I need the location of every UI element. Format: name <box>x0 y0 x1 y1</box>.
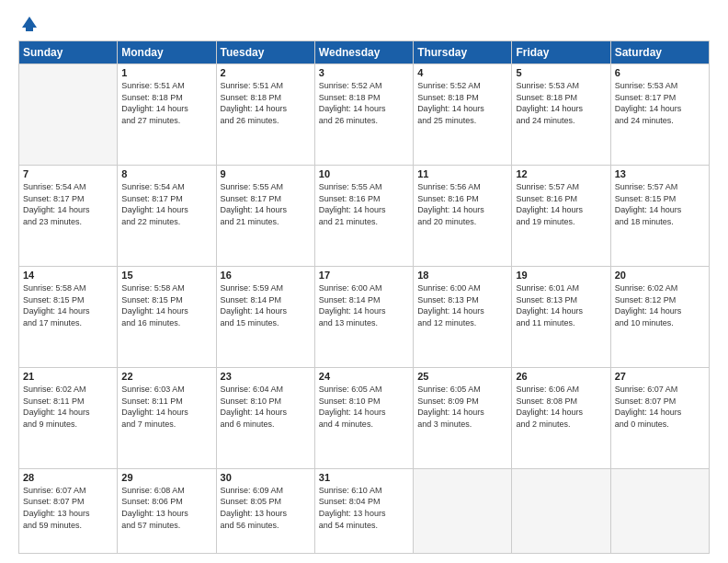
day-info: Sunrise: 6:07 AM Sunset: 8:07 PM Dayligh… <box>615 384 705 430</box>
calendar-header-monday: Monday <box>118 41 216 64</box>
calendar-cell: 22Sunrise: 6:03 AM Sunset: 8:11 PM Dayli… <box>118 367 216 468</box>
day-info: Sunrise: 5:58 AM Sunset: 8:15 PM Dayligh… <box>121 282 211 328</box>
day-info: Sunrise: 5:59 AM Sunset: 8:14 PM Dayligh… <box>221 282 311 328</box>
calendar-cell: 6Sunrise: 5:53 AM Sunset: 8:17 PM Daylig… <box>610 64 709 166</box>
day-number: 6 <box>615 67 705 78</box>
calendar-cell: 28Sunrise: 6:07 AM Sunset: 8:07 PM Dayli… <box>19 468 118 553</box>
calendar-week-row: 21Sunrise: 6:02 AM Sunset: 8:11 PM Dayli… <box>19 367 710 468</box>
day-info: Sunrise: 6:00 AM Sunset: 8:14 PM Dayligh… <box>319 282 409 328</box>
calendar-header-friday: Friday <box>512 41 610 64</box>
calendar-cell: 30Sunrise: 6:09 AM Sunset: 8:05 PM Dayli… <box>216 468 314 553</box>
calendar-cell: 31Sunrise: 6:10 AM Sunset: 8:04 PM Dayli… <box>314 468 413 553</box>
day-number: 16 <box>221 270 311 281</box>
day-number: 29 <box>121 472 211 483</box>
day-number: 30 <box>221 472 311 483</box>
page: SundayMondayTuesdayWednesdayThursdayFrid… <box>0 0 728 563</box>
calendar-week-row: 7Sunrise: 5:54 AM Sunset: 8:17 PM Daylig… <box>19 165 710 266</box>
day-number: 25 <box>417 371 507 382</box>
calendar-header-tuesday: Tuesday <box>216 41 314 64</box>
day-info: Sunrise: 5:53 AM Sunset: 8:17 PM Dayligh… <box>615 80 705 126</box>
day-info: Sunrise: 5:58 AM Sunset: 8:15 PM Dayligh… <box>23 282 113 328</box>
day-info: Sunrise: 6:08 AM Sunset: 8:06 PM Dayligh… <box>121 485 211 531</box>
calendar-cell: 14Sunrise: 5:58 AM Sunset: 8:15 PM Dayli… <box>19 266 118 367</box>
day-number: 13 <box>615 168 705 179</box>
calendar-cell: 27Sunrise: 6:07 AM Sunset: 8:07 PM Dayli… <box>610 367 709 468</box>
day-info: Sunrise: 5:55 AM Sunset: 8:16 PM Dayligh… <box>319 181 409 227</box>
calendar-cell: 2Sunrise: 5:51 AM Sunset: 8:18 PM Daylig… <box>216 64 314 166</box>
day-info: Sunrise: 6:00 AM Sunset: 8:13 PM Dayligh… <box>417 282 507 328</box>
calendar-cell <box>512 468 610 553</box>
day-info: Sunrise: 6:02 AM Sunset: 8:12 PM Dayligh… <box>615 282 705 328</box>
day-info: Sunrise: 6:09 AM Sunset: 8:05 PM Dayligh… <box>221 485 311 531</box>
day-number: 5 <box>516 67 606 78</box>
calendar-cell: 9Sunrise: 5:55 AM Sunset: 8:17 PM Daylig… <box>216 165 314 266</box>
calendar-cell <box>19 64 118 166</box>
day-number: 17 <box>319 270 409 281</box>
day-info: Sunrise: 5:52 AM Sunset: 8:18 PM Dayligh… <box>319 80 409 126</box>
day-number: 20 <box>615 270 705 281</box>
calendar-cell: 24Sunrise: 6:05 AM Sunset: 8:10 PM Dayli… <box>314 367 413 468</box>
calendar-header-saturday: Saturday <box>610 41 709 64</box>
day-number: 2 <box>221 67 311 78</box>
day-info: Sunrise: 5:56 AM Sunset: 8:16 PM Dayligh… <box>417 181 507 227</box>
calendar-cell: 26Sunrise: 6:06 AM Sunset: 8:08 PM Dayli… <box>512 367 610 468</box>
day-number: 7 <box>23 168 113 179</box>
day-info: Sunrise: 6:02 AM Sunset: 8:11 PM Dayligh… <box>23 384 113 430</box>
day-info: Sunrise: 5:51 AM Sunset: 8:18 PM Dayligh… <box>221 80 311 126</box>
calendar-cell: 7Sunrise: 5:54 AM Sunset: 8:17 PM Daylig… <box>19 165 118 266</box>
day-number: 9 <box>221 168 311 179</box>
calendar-cell <box>610 468 709 553</box>
calendar-cell: 5Sunrise: 5:53 AM Sunset: 8:18 PM Daylig… <box>512 64 610 166</box>
day-number: 14 <box>23 270 113 281</box>
calendar-cell: 13Sunrise: 5:57 AM Sunset: 8:15 PM Dayli… <box>610 165 709 266</box>
calendar-week-row: 14Sunrise: 5:58 AM Sunset: 8:15 PM Dayli… <box>19 266 710 367</box>
day-number: 21 <box>23 371 113 382</box>
day-number: 23 <box>221 371 311 382</box>
calendar-cell: 17Sunrise: 6:00 AM Sunset: 8:14 PM Dayli… <box>314 266 413 367</box>
logo-icon <box>20 15 39 33</box>
day-number: 12 <box>516 168 606 179</box>
calendar-week-row: 28Sunrise: 6:07 AM Sunset: 8:07 PM Dayli… <box>19 468 710 553</box>
day-number: 4 <box>417 67 507 78</box>
day-number: 26 <box>516 371 606 382</box>
day-number: 28 <box>23 472 113 483</box>
day-number: 22 <box>121 371 211 382</box>
calendar-cell: 3Sunrise: 5:52 AM Sunset: 8:18 PM Daylig… <box>314 64 413 166</box>
calendar-week-row: 1Sunrise: 5:51 AM Sunset: 8:18 PM Daylig… <box>19 64 710 166</box>
header-row: SundayMondayTuesdayWednesdayThursdayFrid… <box>19 41 710 64</box>
calendar-cell: 23Sunrise: 6:04 AM Sunset: 8:10 PM Dayli… <box>216 367 314 468</box>
day-number: 18 <box>417 270 507 281</box>
day-info: Sunrise: 5:57 AM Sunset: 8:16 PM Dayligh… <box>516 181 606 227</box>
calendar-cell: 20Sunrise: 6:02 AM Sunset: 8:12 PM Dayli… <box>610 266 709 367</box>
day-number: 8 <box>121 168 211 179</box>
calendar-cell: 4Sunrise: 5:52 AM Sunset: 8:18 PM Daylig… <box>414 64 512 166</box>
calendar-cell <box>414 468 512 553</box>
day-number: 3 <box>319 67 409 78</box>
header <box>18 15 710 31</box>
day-number: 24 <box>319 371 409 382</box>
day-number: 11 <box>417 168 507 179</box>
day-number: 15 <box>121 270 211 281</box>
day-info: Sunrise: 6:05 AM Sunset: 8:10 PM Dayligh… <box>319 384 409 430</box>
day-info: Sunrise: 5:54 AM Sunset: 8:17 PM Dayligh… <box>23 181 113 227</box>
calendar-header-sunday: Sunday <box>19 41 118 64</box>
calendar-cell: 8Sunrise: 5:54 AM Sunset: 8:17 PM Daylig… <box>118 165 216 266</box>
day-number: 19 <box>516 270 606 281</box>
svg-marker-0 <box>22 17 37 31</box>
day-info: Sunrise: 6:03 AM Sunset: 8:11 PM Dayligh… <box>121 384 211 430</box>
calendar-cell: 16Sunrise: 5:59 AM Sunset: 8:14 PM Dayli… <box>216 266 314 367</box>
calendar-cell: 12Sunrise: 5:57 AM Sunset: 8:16 PM Dayli… <box>512 165 610 266</box>
day-number: 1 <box>121 67 211 78</box>
day-info: Sunrise: 6:05 AM Sunset: 8:09 PM Dayligh… <box>417 384 507 430</box>
calendar: SundayMondayTuesdayWednesdayThursdayFrid… <box>18 40 710 554</box>
day-info: Sunrise: 5:55 AM Sunset: 8:17 PM Dayligh… <box>221 181 311 227</box>
day-info: Sunrise: 6:07 AM Sunset: 8:07 PM Dayligh… <box>23 485 113 531</box>
calendar-cell: 25Sunrise: 6:05 AM Sunset: 8:09 PM Dayli… <box>414 367 512 468</box>
day-info: Sunrise: 6:06 AM Sunset: 8:08 PM Dayligh… <box>516 384 606 430</box>
calendar-cell: 11Sunrise: 5:56 AM Sunset: 8:16 PM Dayli… <box>414 165 512 266</box>
calendar-cell: 19Sunrise: 6:01 AM Sunset: 8:13 PM Dayli… <box>512 266 610 367</box>
calendar-cell: 29Sunrise: 6:08 AM Sunset: 8:06 PM Dayli… <box>118 468 216 553</box>
day-number: 10 <box>319 168 409 179</box>
day-number: 27 <box>615 371 705 382</box>
calendar-header-wednesday: Wednesday <box>314 41 413 64</box>
